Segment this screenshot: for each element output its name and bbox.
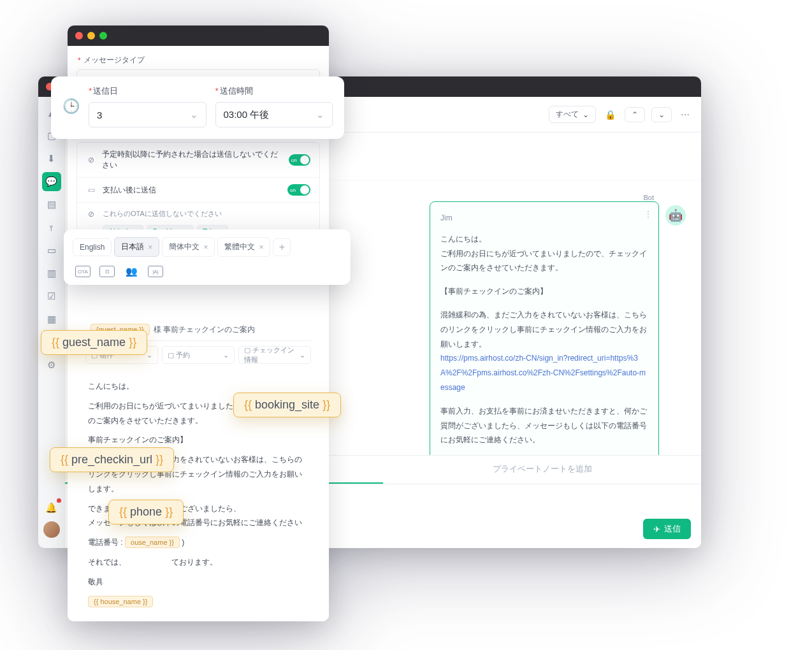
variable-callout-booking-site: {{ booking_site }} (233, 393, 341, 417)
more-icon[interactable]: ⋯ (678, 107, 692, 122)
checkin-link[interactable]: https://pms.airhost.co/zh-CN/sign_in?red… (440, 354, 646, 392)
chevron-down-icon: ⌄ (316, 109, 324, 120)
lang-tab-traditional-chinese[interactable]: 繁體中文× (217, 237, 270, 257)
variable-chip-house-name[interactable]: {{ house_name }} (88, 596, 153, 607)
callout-language-tabs: English 日本語× 簡体中文× 繁體中文× + OTA ⊡ 👥 |A| (64, 229, 351, 285)
recipient-name: Jim (440, 211, 648, 226)
lock-icon[interactable]: 🔒 (602, 107, 618, 122)
dd-reservation[interactable]: ▢ 予約⌄ (162, 346, 235, 364)
clock-icon: 🕒 (62, 98, 80, 115)
sidebar-item-messages[interactable]: 💬 (42, 172, 61, 191)
sidebar-item-book[interactable]: ▥ (42, 264, 61, 283)
reply-tab-private[interactable]: プライベートノートを追加 (383, 456, 701, 484)
dd-checkin[interactable]: ▢ チェックイン情報⌄ (238, 346, 311, 364)
filter-select[interactable]: すべて⌄ (549, 106, 596, 123)
message-more-icon[interactable]: ⋮ (644, 207, 652, 222)
toolbar-people-icon[interactable]: 👥 (124, 266, 139, 277)
bot-avatar: 🤖 (665, 205, 686, 226)
close-traffic-light[interactable] (75, 32, 83, 40)
sidebar-item-download[interactable]: ⬇ (42, 149, 61, 168)
sidebar-item-tasks[interactable]: ☑ (42, 287, 61, 306)
toggle-no-late-send[interactable]: on (289, 154, 310, 166)
send-day-label: *送信日 (89, 85, 207, 97)
send-day-select[interactable]: 3⌄ (89, 102, 207, 127)
sidebar-avatar[interactable] (43, 521, 60, 538)
send-icon: ✈ (653, 524, 660, 534)
chevron-down-icon: ⌄ (583, 110, 589, 119)
send-time-select[interactable]: 03:00 午後⌄ (215, 102, 333, 127)
toggle-after-payment[interactable]: on (287, 184, 310, 196)
add-language-button[interactable]: + (273, 238, 291, 256)
lang-tab-japanese[interactable]: 日本語× (114, 237, 159, 257)
next-button[interactable]: ⌄ (651, 107, 672, 122)
sidebar-notifications[interactable]: 🔔 (42, 498, 61, 517)
msg-type-label: *メッセージタイプ (78, 55, 320, 66)
variable-callout-guest-name: {{ guest_name }} (41, 330, 147, 355)
sidebar-item-contacts[interactable]: ▦ (42, 310, 61, 329)
close-icon[interactable]: × (148, 243, 152, 252)
sidebar-item-analytics[interactable]: ⫯ (42, 218, 61, 237)
prev-button[interactable]: ⌃ (625, 107, 645, 122)
front-titlebar (68, 25, 329, 46)
bot-message-bubble: ⋮ Jim こんにちは。 ご利用のお日にちが近づいてまいりましたので、チェックイ… (430, 201, 659, 455)
minimize-traffic-light[interactable] (87, 32, 95, 40)
toolbar-text-icon[interactable]: |A| (148, 266, 163, 277)
sidebar-item-cards[interactable]: ▭ (42, 241, 61, 260)
toolbar-ota-icon[interactable]: OTA (75, 266, 91, 277)
callout-schedule: 🕒 *送信日 3⌄ *送信時間 03:00 午後⌄ (51, 76, 344, 139)
option-after-payment: ▭ 支払い後に送信 on (77, 177, 319, 202)
app-sidebar: ▲ ▢ ⬇ 💬 ▤ ⫯ ▭ ▥ ☑ ▦ ▣ ⚙ 🔔 (38, 97, 65, 548)
send-time-label: *送信時間 (215, 85, 333, 97)
block-icon: ⊘ (86, 210, 96, 219)
toolbar-card-icon[interactable]: ⊡ (99, 266, 115, 277)
close-icon[interactable]: × (203, 243, 208, 252)
close-icon[interactable]: × (259, 243, 263, 252)
lang-tab-simplified-chinese[interactable]: 簡体中文× (162, 237, 215, 257)
variable-callout-phone: {{ phone }} (108, 500, 184, 524)
card-icon: ▭ (86, 185, 96, 194)
sidebar-item-settings[interactable]: ⚙ (42, 356, 61, 375)
variable-callout-pre-checkin-url: {{ pre_checkin_url }} (50, 447, 174, 472)
variable-chip[interactable]: ouse_name }} (125, 537, 180, 548)
option-no-late-send: ⊘ 予定時刻以降に予約された場合は送信しないでください on (77, 143, 319, 177)
maximize-traffic-light[interactable] (99, 32, 107, 40)
sidebar-item-store[interactable]: ▤ (42, 195, 61, 214)
chevron-down-icon: ⌄ (190, 109, 198, 120)
lang-tab-english[interactable]: English (73, 238, 112, 256)
send-button[interactable]: ✈送信 (643, 519, 691, 539)
block-icon: ⊘ (86, 155, 96, 164)
